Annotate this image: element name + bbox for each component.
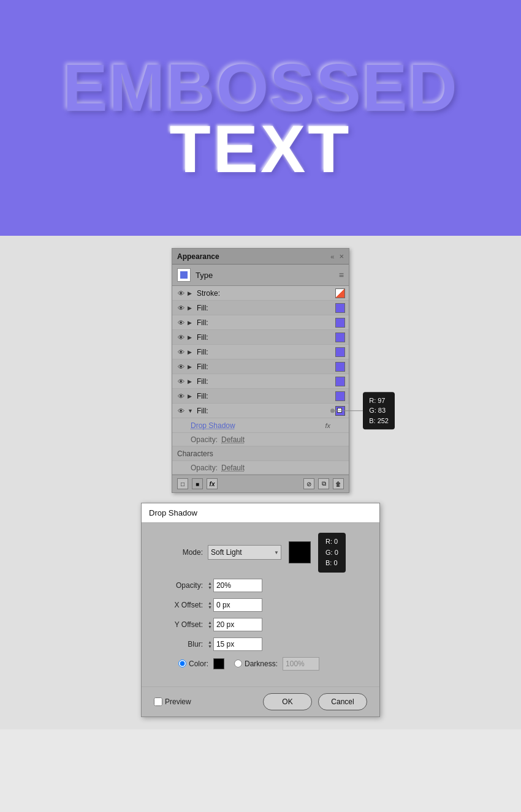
footer-icon-delete[interactable]: 🗑 [333, 478, 344, 489]
x-offset-down[interactable]: ▼ [208, 605, 212, 609]
x-offset-label: X Offset: [154, 601, 203, 609]
arrow-fill5[interactable]: ▶ [188, 364, 195, 370]
shadow-color-swatch[interactable] [289, 541, 311, 563]
blur-row: Blur: ▲ ▼ [154, 637, 367, 651]
opacity-label-2: Opacity: [191, 464, 218, 472]
arrow-fill8[interactable]: ▼ [188, 408, 195, 414]
fill-label-3: Fill: [197, 333, 335, 342]
opacity-row-1: Opacity: Default [172, 433, 349, 446]
fill-row-1: 👁 ▶ Fill: [172, 301, 349, 315]
drop-shadow-label[interactable]: Drop Shadow [191, 421, 322, 430]
color-radio-label: Color: [189, 660, 208, 668]
appearance-panel: Appearance « × Type ≡ 👁 [172, 248, 349, 493]
fill-swatch-6[interactable] [335, 377, 345, 386]
opacity-dialog-label: Opacity: [154, 581, 203, 590]
mode-select-wrapper: Soft Light Normal Multiply Screen Overla… [208, 545, 281, 560]
ok-button[interactable]: OK [263, 693, 312, 710]
footer-icon-layers[interactable]: ■ [192, 478, 203, 489]
eye-icon-fill8[interactable]: 👁 [176, 406, 186, 416]
opacity-up[interactable]: ▲ [208, 581, 212, 585]
fill-row-6: 👁 ▶ Fill: [172, 374, 349, 389]
fill-row-3: 👁 ▶ Fill: [172, 330, 349, 345]
color-darkness-row: Color: Darkness: [154, 657, 367, 671]
opacity-row-2: Opacity: Default [172, 461, 349, 475]
footer-buttons: OK Cancel [263, 693, 367, 710]
y-offset-up[interactable]: ▲ [208, 620, 212, 625]
arrow-fill1[interactable]: ▶ [188, 305, 195, 311]
characters-row: Characters [172, 446, 349, 461]
darkness-radio-item[interactable]: Darkness: [234, 657, 319, 671]
x-offset-input[interactable] [213, 598, 262, 612]
x-offset-up[interactable]: ▲ [208, 601, 212, 605]
fill-label-2: Fill: [197, 318, 335, 327]
y-offset-row: Y Offset: ▲ ▼ [154, 618, 367, 631]
arrow-fill7[interactable]: ▶ [188, 393, 195, 399]
eye-icon-fill1[interactable]: 👁 [176, 303, 186, 313]
fill-row-expanded: 👁 ▼ Fill: R: 97 G: 83 B: 252 [172, 404, 349, 418]
arrow-fill2[interactable]: ▶ [188, 320, 195, 326]
opacity-value-1[interactable]: Default [221, 435, 245, 444]
arrow-fill3[interactable]: ▶ [188, 334, 195, 340]
eye-icon-fill6[interactable]: 👁 [176, 377, 186, 386]
stroke-row: 👁 ▶ Stroke: [172, 286, 349, 301]
eye-icon-fill7[interactable]: 👁 [176, 391, 186, 401]
color-tooltip: R: 97 G: 83 B: 252 [363, 392, 395, 430]
blur-up[interactable]: ▲ [208, 640, 212, 644]
svg-rect-0 [180, 271, 188, 279]
opacity-input[interactable] [213, 579, 262, 592]
eye-icon-fill2[interactable]: 👁 [176, 318, 186, 328]
color-black-swatch[interactable] [213, 658, 224, 669]
darkness-radio-label: Darkness: [245, 660, 278, 668]
fill-label-7: Fill: [197, 392, 335, 400]
fill-swatch-1[interactable] [335, 303, 345, 313]
darkness-radio[interactable] [234, 660, 242, 667]
stroke-label: Stroke: [197, 289, 335, 298]
blur-down[interactable]: ▼ [208, 644, 212, 648]
canvas-text2: TEXT [169, 115, 351, 182]
footer-icon-copy[interactable]: ⧉ [318, 478, 329, 489]
fill-swatch-4[interactable] [335, 347, 345, 357]
mode-select[interactable]: Soft Light Normal Multiply Screen Overla… [208, 545, 281, 560]
arrow-fill4[interactable]: ▶ [188, 349, 195, 355]
fill-swatch-3[interactable] [335, 333, 345, 342]
dialog-body: Mode: Soft Light Normal Multiply Screen … [142, 523, 379, 686]
y-offset-input[interactable] [213, 618, 262, 631]
footer-icon-square[interactable]: □ [177, 478, 188, 489]
eye-icon-fill4[interactable]: 👁 [176, 347, 186, 357]
footer-icon-no[interactable]: ⊘ [303, 478, 314, 489]
mode-row: Mode: Soft Light Normal Multiply Screen … [154, 533, 367, 573]
opacity-value-2[interactable]: Default [221, 464, 245, 472]
preview-checkbox[interactable] [154, 697, 162, 706]
panel-titlebar: Appearance « × [172, 249, 349, 265]
y-offset-down[interactable]: ▼ [208, 625, 212, 629]
fill-row-5: 👁 ▶ Fill: [172, 359, 349, 374]
panel-header: Type ≡ [172, 265, 349, 286]
x-offset-row: X Offset: ▲ ▼ [154, 598, 367, 612]
cancel-button[interactable]: Cancel [318, 693, 367, 710]
footer-fx-icon[interactable]: fx [207, 478, 218, 489]
fill-swatch-2[interactable] [335, 318, 345, 328]
x-offset-spinner: ▲ ▼ [208, 598, 262, 612]
eye-icon-stroke[interactable]: 👁 [176, 288, 186, 298]
color-radio-item[interactable]: Color: [178, 658, 224, 669]
eye-icon-fill5[interactable]: 👁 [176, 362, 186, 372]
stroke-swatch[interactable] [335, 288, 345, 298]
fill-label-6: Fill: [197, 377, 335, 386]
opacity-down[interactable]: ▼ [208, 585, 212, 590]
blur-input[interactable] [213, 637, 262, 651]
collapse-icon[interactable]: « [330, 253, 334, 260]
fill-swatch-5[interactable] [335, 362, 345, 372]
canvas-area: EMBOSSED TEXT [0, 0, 521, 236]
close-icon[interactable]: × [339, 252, 344, 261]
fill-label-4: Fill: [197, 348, 335, 356]
arrow-stroke[interactable]: ▶ [188, 290, 195, 296]
opacity-spinner: ▲ ▼ [208, 579, 262, 592]
eye-icon-fill3[interactable]: 👁 [176, 333, 186, 342]
preview-checkbox-label[interactable]: Preview [154, 697, 191, 706]
darkness-input [283, 657, 319, 671]
color-radio[interactable] [178, 660, 186, 667]
arrow-fill6[interactable]: ▶ [188, 378, 195, 385]
content-area: Appearance « × Type ≡ 👁 [0, 236, 521, 729]
y-offset-spinner: ▲ ▼ [208, 618, 262, 631]
panel-menu-icon[interactable]: ≡ [339, 270, 344, 280]
